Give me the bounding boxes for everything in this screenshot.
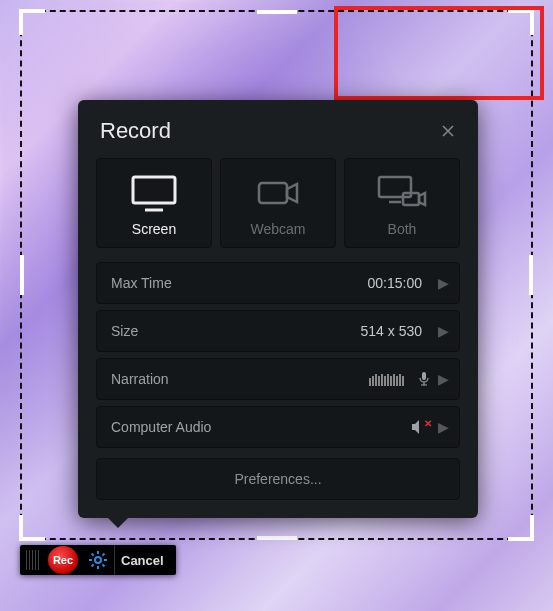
svg-point-7: [95, 557, 101, 563]
svg-rect-2: [259, 183, 287, 203]
setting-maxtime[interactable]: Max Time 00:15:00 ▶: [96, 262, 460, 304]
region-handle-br[interactable]: [508, 515, 534, 541]
region-handle-left[interactable]: [20, 255, 24, 295]
region-handle-tl[interactable]: [19, 9, 45, 35]
chevron-right-icon: ▶: [438, 275, 449, 291]
size-value: 514 x 530: [361, 323, 423, 339]
panel-title: Record: [100, 118, 171, 144]
toolbar-grip[interactable]: [26, 550, 40, 570]
mode-screen[interactable]: Screen: [96, 158, 212, 248]
audio-label: Computer Audio: [111, 419, 211, 435]
capture-toolbar: Rec Cancel: [20, 545, 176, 575]
mode-row: Screen Webcam Both: [96, 158, 460, 248]
record-panel: Record Screen Webcam Both Max Time 00:15…: [78, 100, 478, 518]
camera-icon: [251, 173, 305, 213]
svg-line-15: [102, 554, 104, 556]
mode-both[interactable]: Both: [344, 158, 460, 248]
panel-pointer: [108, 518, 128, 528]
maxtime-value: 00:15:00: [368, 275, 423, 291]
setting-computer-audio[interactable]: Computer Audio ✕ ▶: [96, 406, 460, 448]
setting-size[interactable]: Size 514 x 530 ▶: [96, 310, 460, 352]
mode-both-label: Both: [388, 221, 417, 237]
monitor-camera-icon: [375, 173, 429, 213]
monitor-icon: [127, 173, 181, 213]
svg-rect-0: [133, 177, 175, 203]
svg-line-12: [92, 554, 94, 556]
annotation-highlight: [334, 6, 544, 100]
size-label: Size: [111, 323, 138, 339]
maxtime-label: Max Time: [111, 275, 172, 291]
mute-x-icon: ✕: [424, 418, 432, 429]
chevron-right-icon: ▶: [438, 323, 449, 339]
cancel-button[interactable]: Cancel: [114, 545, 174, 575]
preferences-button[interactable]: Preferences...: [96, 458, 460, 500]
speaker-mute-button[interactable]: ✕: [410, 419, 432, 435]
region-handle-top[interactable]: [257, 10, 297, 14]
microphone-button[interactable]: [416, 371, 432, 387]
region-handle-bottom[interactable]: [257, 536, 297, 540]
close-icon: [440, 123, 456, 139]
svg-line-13: [102, 564, 104, 566]
close-button[interactable]: [440, 123, 456, 139]
chevron-right-icon: ▶: [438, 371, 449, 387]
settings-button[interactable]: [88, 550, 108, 570]
gear-icon: [88, 550, 108, 570]
setting-narration[interactable]: Narration ▶: [96, 358, 460, 400]
chevron-right-icon: ▶: [438, 419, 449, 435]
audio-level-meter: [369, 372, 404, 386]
svg-line-14: [92, 564, 94, 566]
narration-label: Narration: [111, 371, 169, 387]
mode-screen-label: Screen: [132, 221, 176, 237]
region-handle-right[interactable]: [529, 255, 533, 295]
panel-header: Record: [78, 100, 478, 158]
mode-webcam-label: Webcam: [251, 221, 306, 237]
region-handle-bl[interactable]: [19, 515, 45, 541]
record-button[interactable]: Rec: [48, 546, 78, 574]
svg-rect-6: [422, 372, 426, 380]
microphone-icon: [416, 371, 432, 387]
mode-webcam[interactable]: Webcam: [220, 158, 336, 248]
